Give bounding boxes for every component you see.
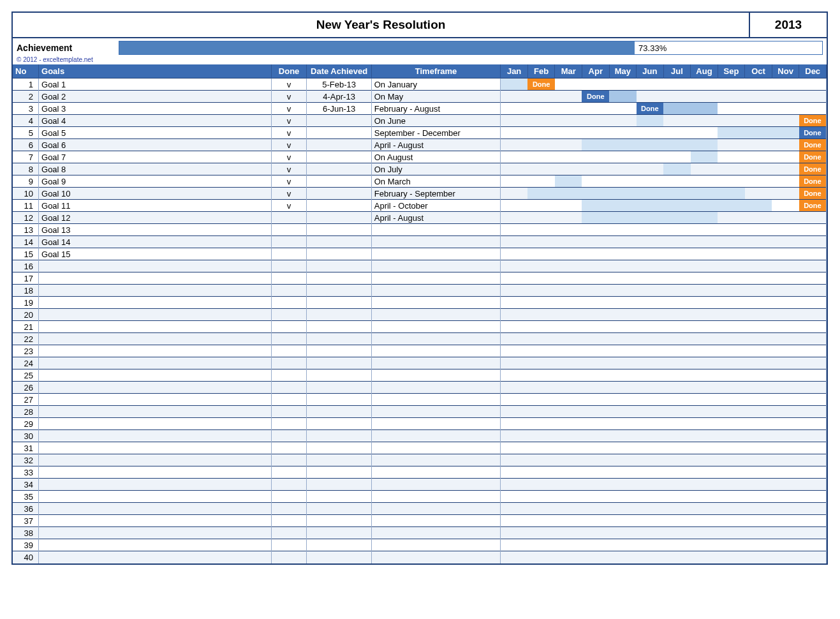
cell-date-achieved[interactable] — [307, 127, 371, 139]
cell-month[interactable] — [527, 466, 555, 479]
cell-month[interactable] — [582, 309, 609, 321]
cell-month[interactable] — [691, 466, 718, 479]
cell-month[interactable] — [637, 91, 664, 103]
cell-month[interactable]: Done — [799, 188, 827, 200]
cell-month[interactable] — [772, 175, 799, 188]
cell-month[interactable] — [745, 345, 772, 357]
cell-month[interactable] — [637, 200, 664, 212]
cell-month[interactable] — [691, 200, 718, 212]
cell-timeframe[interactable]: April - October — [371, 200, 501, 212]
cell-month[interactable] — [745, 466, 772, 479]
cell-month[interactable] — [745, 430, 772, 442]
cell-month[interactable] — [555, 357, 582, 369]
cell-month[interactable] — [691, 272, 718, 285]
cell-date-achieved[interactable] — [307, 527, 371, 539]
cell-goal[interactable] — [39, 369, 272, 382]
cell-month[interactable] — [799, 527, 827, 539]
cell-month[interactable] — [799, 406, 827, 418]
cell-month[interactable] — [609, 382, 637, 394]
cell-month[interactable] — [527, 91, 555, 103]
cell-timeframe[interactable] — [371, 357, 501, 369]
cell-month[interactable] — [501, 454, 528, 466]
cell-timeframe[interactable] — [371, 260, 501, 272]
cell-month[interactable] — [609, 454, 637, 466]
cell-month[interactable] — [663, 224, 691, 236]
cell-month[interactable] — [663, 479, 691, 491]
cell-month[interactable] — [555, 454, 582, 466]
cell-month[interactable] — [582, 394, 609, 406]
cell-month[interactable] — [718, 163, 745, 175]
cell-month[interactable] — [799, 454, 827, 466]
cell-month[interactable] — [609, 466, 637, 479]
cell-month[interactable] — [637, 78, 664, 91]
cell-month[interactable] — [745, 285, 772, 297]
cell-month[interactable] — [527, 430, 555, 442]
cell-no[interactable]: 27 — [13, 394, 39, 406]
cell-month[interactable] — [637, 551, 664, 563]
cell-month[interactable] — [718, 503, 745, 515]
cell-done[interactable]: v — [271, 188, 307, 200]
cell-month[interactable] — [501, 503, 528, 515]
cell-month[interactable] — [582, 430, 609, 442]
cell-done[interactable] — [271, 212, 307, 224]
cell-month[interactable] — [691, 406, 718, 418]
cell-month[interactable] — [663, 442, 691, 454]
cell-month[interactable] — [772, 139, 799, 151]
cell-month[interactable] — [745, 272, 772, 285]
cell-month[interactable] — [582, 248, 609, 260]
cell-date-achieved[interactable] — [307, 139, 371, 151]
cell-month[interactable] — [582, 491, 609, 503]
cell-month[interactable] — [501, 188, 528, 200]
cell-month[interactable] — [718, 127, 745, 139]
cell-month[interactable] — [501, 285, 528, 297]
cell-goal[interactable]: Goal 14 — [39, 236, 272, 248]
cell-month[interactable]: Done — [799, 115, 827, 127]
cell-month[interactable] — [799, 103, 827, 115]
cell-month[interactable] — [555, 527, 582, 539]
cell-month[interactable] — [745, 394, 772, 406]
cell-done[interactable]: v — [271, 151, 307, 163]
cell-month[interactable] — [799, 297, 827, 309]
cell-month[interactable] — [772, 212, 799, 224]
cell-done[interactable] — [271, 527, 307, 539]
cell-month[interactable] — [501, 406, 528, 418]
cell-month[interactable] — [772, 260, 799, 272]
cell-timeframe[interactable] — [371, 418, 501, 430]
cell-month[interactable] — [799, 224, 827, 236]
cell-month[interactable] — [718, 297, 745, 309]
cell-month[interactable] — [718, 406, 745, 418]
cell-date-achieved[interactable] — [307, 442, 371, 454]
cell-month[interactable] — [799, 236, 827, 248]
cell-month[interactable] — [582, 479, 609, 491]
cell-month[interactable] — [745, 527, 772, 539]
cell-done[interactable] — [271, 442, 307, 454]
cell-month[interactable] — [555, 103, 582, 115]
cell-done[interactable] — [271, 297, 307, 309]
cell-month[interactable] — [718, 236, 745, 248]
cell-month[interactable]: Done — [527, 78, 555, 91]
cell-month[interactable] — [609, 333, 637, 345]
cell-month[interactable] — [718, 527, 745, 539]
cell-month[interactable] — [527, 297, 555, 309]
cell-done[interactable] — [271, 539, 307, 551]
cell-month[interactable] — [772, 369, 799, 382]
cell-month[interactable] — [718, 91, 745, 103]
cell-month[interactable] — [582, 539, 609, 551]
cell-goal[interactable] — [39, 382, 272, 394]
cell-no[interactable]: 34 — [13, 479, 39, 491]
cell-done[interactable]: v — [271, 127, 307, 139]
cell-month[interactable] — [772, 103, 799, 115]
cell-date-achieved[interactable] — [307, 430, 371, 442]
cell-month[interactable] — [501, 430, 528, 442]
cell-month[interactable] — [501, 212, 528, 224]
cell-month[interactable] — [609, 430, 637, 442]
cell-month[interactable] — [582, 151, 609, 163]
cell-month[interactable] — [745, 418, 772, 430]
cell-month[interactable] — [772, 406, 799, 418]
cell-month[interactable] — [718, 260, 745, 272]
cell-month[interactable] — [637, 357, 664, 369]
cell-date-achieved[interactable] — [307, 357, 371, 369]
cell-month[interactable] — [691, 91, 718, 103]
cell-done[interactable] — [271, 382, 307, 394]
cell-month[interactable] — [745, 333, 772, 345]
